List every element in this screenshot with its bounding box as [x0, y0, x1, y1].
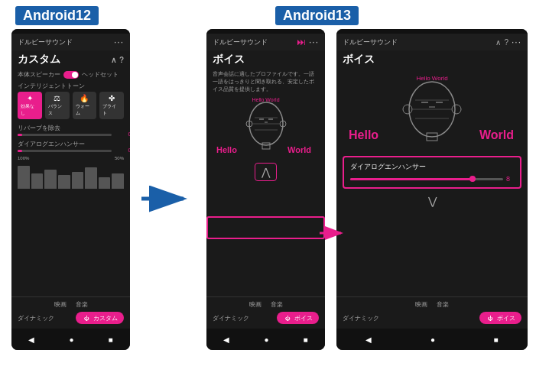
phone2-subtitle: ボイス — [206, 50, 325, 69]
phone1-mode-btn-label: カスタム — [93, 314, 118, 322]
phone2-nav-recent[interactable]: ■ — [303, 335, 307, 344]
phone3-world-text: World — [479, 128, 514, 142]
phone1-nav-recent[interactable]: ■ — [108, 335, 112, 344]
phone1-reverb-label: リバーブを除去 — [18, 124, 124, 132]
tone-icon-3: ✤ — [109, 94, 115, 102]
phone3-face-svg — [394, 77, 470, 146]
phone3-face-area: Hello World Hello World — [343, 73, 521, 150]
phone2-nav-home[interactable]: ● — [264, 335, 268, 344]
phone2-chevron-up-icon: ⋀ — [262, 166, 270, 178]
phone2-hello-text: Hello — [216, 145, 237, 154]
phone1-eq-section: 100% 50% — [18, 156, 124, 189]
phone2-header: ドルビーサウンド ⏭ ··· — [206, 34, 325, 50]
phone2-power-icon: ⏻ — [283, 313, 292, 322]
phone1-toggle-right-label: ヘッドセット — [82, 70, 119, 79]
svg-point-20 — [452, 105, 461, 114]
phone2-nav-bar: ◀ ● ■ — [206, 329, 325, 350]
phone3-menu-dots[interactable]: ··· — [512, 37, 521, 47]
phone3-header: ドルビーサウンド ∧ ? ··· — [336, 34, 528, 50]
phone1-tab-movie[interactable]: 映画 — [54, 300, 67, 309]
phone3-tab-movie[interactable]: 映画 — [415, 300, 427, 309]
android12-header: Android12 — [15, 6, 99, 25]
phone3-screen: ドルビーサウンド ∧ ? ··· ボイス Hello World — [336, 29, 528, 350]
phone1-screen: ドルビーサウンド ··· カスタム ∧ ? 本体スピーカー ヘッドセット インテ… — [11, 29, 130, 350]
phone2-mode-btn[interactable]: ⏻ ボイス — [277, 312, 319, 324]
eq-bar-3 — [58, 175, 70, 189]
phone2-tabs: 映画 音楽 — [213, 300, 319, 309]
phone3-collapse-icon[interactable]: ∧ — [495, 38, 501, 47]
phone1-help-icon[interactable]: ? — [119, 56, 124, 64]
phone3-dialog-value: 8 — [506, 175, 514, 183]
phone1-nav-back[interactable]: ◀ — [28, 335, 34, 344]
phone1-tabs: 映画 音楽 — [18, 300, 124, 309]
phone1-collapse-icon[interactable]: ∧ — [111, 56, 116, 64]
eq-bar-0 — [18, 166, 30, 189]
phone2-nav-back[interactable]: ◀ — [223, 335, 229, 344]
phone3-dialog-box: ダイアログエンハンサー 8 — [343, 156, 521, 189]
phone2-screen: ドルビーサウンド ⏭ ··· ボイス 音声会話に適したプロファイルです。一語一語… — [206, 29, 325, 350]
phone1-reverb-value: 0 — [128, 131, 130, 138]
phone2-content: 音声会話に適したプロファイルです。一語一語をはっきりと聞き取れる、安定したボイス… — [206, 69, 325, 187]
tone-icon-0: ✦ — [27, 94, 33, 102]
phone3-nav-home[interactable]: ● — [430, 335, 435, 344]
phone1-header: ドルビーサウンド ··· — [11, 34, 130, 50]
phone1-menu-dots[interactable]: ··· — [114, 37, 124, 47]
phone1-dialog-row: ダイアログエンハンサー 0 — [18, 140, 124, 152]
phone3-chevron-area: ⋁ — [343, 195, 521, 207]
phone2-chevron-up-btn[interactable]: ⋀ — [255, 163, 277, 181]
eq-bar-6 — [99, 177, 111, 189]
phone2-chevron-area: ⋀ — [213, 163, 319, 181]
phone2-face-area: Hello World Hello World — [213, 97, 319, 158]
phone2-menu-dots[interactable]: ··· — [309, 37, 319, 47]
phone3-mode-btn-label: ボイス — [497, 314, 515, 322]
phone2-tab-movie[interactable]: 映画 — [249, 300, 262, 309]
phone3-nav-back[interactable]: ◀ — [365, 335, 372, 344]
phone1-mode-name: カスタム — [18, 53, 60, 66]
eq-bar-4 — [72, 172, 84, 189]
phone1-tab-music[interactable]: 音楽 — [76, 300, 88, 309]
phone2-mode-name: ボイス — [213, 53, 245, 66]
phone1-nav-home[interactable]: ● — [69, 335, 73, 344]
phone1-toggle-left-label: 本体スピーカー — [18, 70, 60, 79]
phone1-power-icon: ⏻ — [82, 313, 91, 322]
phone3-mode-row: ダイナミック ⏻ ボイス — [343, 312, 521, 324]
phone1-tone-section-label: インテリジェントトーン — [18, 82, 124, 90]
phone3-dialog-title: ダイアログエンハンサー — [350, 162, 514, 172]
phone2-voice-desc: 音声会話に適したプロファイルです。一語一語をはっきりと聞き取れる、安定したボイス… — [213, 70, 319, 92]
tone-label-1: バランス — [48, 103, 67, 117]
phone3-tabs: 映画 音楽 — [343, 300, 521, 309]
phone2-face-svg — [239, 101, 293, 154]
tone-icon-2: 🔥 — [80, 94, 89, 102]
phone3-help-icon[interactable]: ? — [504, 38, 508, 47]
red-arrow — [320, 225, 346, 244]
phone3-dialog-track[interactable] — [350, 178, 503, 180]
phone3-hello-text: Hello — [349, 128, 378, 142]
phone1-dialog-track[interactable] — [18, 150, 112, 152]
phone1-toggle-row: 本体スピーカー ヘッドセット — [18, 70, 124, 79]
phone2-bottom-bar: 映画 音楽 ダイナミック ⏻ ボイス — [206, 296, 325, 327]
tone-btn-2[interactable]: 🔥 ウォーム — [73, 92, 97, 119]
phone3-mode-btn[interactable]: ⏻ ボイス — [479, 312, 521, 324]
phone3-nav-recent[interactable]: ■ — [494, 335, 499, 344]
phone3-mode-label: ダイナミック — [343, 314, 379, 322]
phone2-tab-music[interactable]: 音楽 — [271, 300, 283, 309]
phone2-skip-icon[interactable]: ⏭ — [297, 37, 306, 47]
phone1-mode-btn[interactable]: ⏻ カスタム — [76, 312, 124, 324]
phone1-reverb-track[interactable] — [18, 134, 112, 136]
phone1-toggle-switch[interactable] — [63, 71, 79, 79]
tone-btn-3[interactable]: ✤ ブライト — [99, 92, 124, 119]
phone1-eq-100: 100% — [18, 156, 29, 160]
android13-header: Android13 — [275, 6, 359, 25]
phone1-reverb-row: リバーブを除去 0 — [18, 124, 124, 136]
phone3-app-title: ドルビーサウンド — [343, 37, 398, 47]
phone3-subtitle: ボイス — [336, 50, 528, 69]
phone2-app-title: ドルビーサウンド — [213, 37, 268, 47]
phone3-tab-music[interactable]: 音楽 — [437, 300, 449, 309]
phone2-mode-label: ダイナミック — [213, 314, 249, 322]
phone1-eq-50: 50% — [115, 156, 124, 160]
tone-btn-1[interactable]: ⚖ バランス — [45, 92, 70, 119]
phone3-chevron-down-icon: ⋁ — [428, 195, 437, 207]
svg-point-19 — [403, 105, 412, 114]
tone-btn-0[interactable]: ✦ 効果なし — [18, 92, 42, 119]
phone1-mode-label: ダイナミック — [18, 314, 54, 322]
